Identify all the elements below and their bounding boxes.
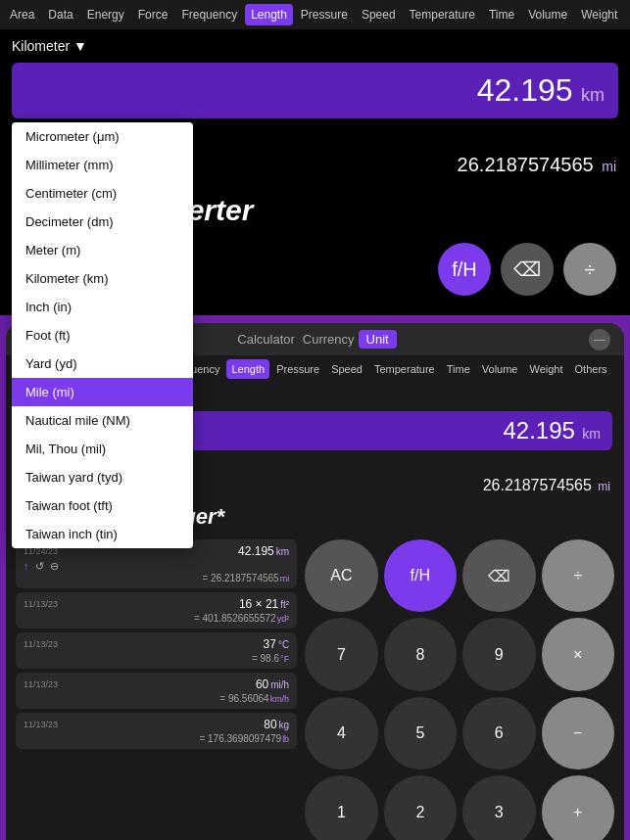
top-converted-unit: mi xyxy=(602,159,616,174)
numpad-btn--[interactable]: × xyxy=(542,618,614,690)
top-nav-item-force[interactable]: Force xyxy=(132,4,174,25)
top-nav-item-temperature[interactable]: Temperature xyxy=(404,4,481,25)
dropdown-item-foot--ft-[interactable]: Foot (ft) xyxy=(12,321,193,350)
close-icon[interactable]: — xyxy=(589,329,610,350)
history-secondary-val: = 96.56064km/h xyxy=(24,693,289,704)
history-item[interactable]: 11/13/2316 × 21ft²= 401.8526655572yd² xyxy=(16,592,297,629)
numpad-btn--[interactable]: − xyxy=(542,697,614,770)
numpad-btn-AC[interactable]: AC xyxy=(305,539,377,612)
dropdown-item-taiwan-yard--tyd-[interactable]: Taiwan yard (tyd) xyxy=(12,463,193,491)
bottom-nav-item-volume[interactable]: Volume xyxy=(477,359,523,379)
bottom-converted-value: 26.2187574565 xyxy=(483,477,592,493)
top-nav-item-length[interactable]: Length xyxy=(245,4,293,25)
top-section: AreaDataEnergyForceFrequencyLengthPressu… xyxy=(0,0,630,315)
top-from-unit-label[interactable]: Kilometer ▼ xyxy=(12,38,87,54)
top-nav-bar: AreaDataEnergyForceFrequencyLengthPressu… xyxy=(0,0,630,29)
bottom-tab-calculator[interactable]: Calculator xyxy=(233,330,299,349)
dropdown-item-decimeter--dm-[interactable]: Decimeter (dm) xyxy=(12,208,193,236)
bottom-nav-item-length[interactable]: Length xyxy=(226,359,269,379)
numpad: ACf/H⌫÷789×456−123+♪0.= xyxy=(305,539,614,840)
numpad-btn-5[interactable]: 5 xyxy=(384,697,457,770)
dropdown-item-taiwan-inch--tin-[interactable]: Taiwan inch (tin) xyxy=(12,520,193,548)
top-nav-item-pressure[interactable]: Pressure xyxy=(295,4,354,25)
history-date: 11/13/23 xyxy=(24,599,58,609)
numpad-btn-7[interactable]: 7 xyxy=(305,618,377,690)
numpad-btn-8[interactable]: 8 xyxy=(384,618,457,690)
history-date: 11/13/23 xyxy=(24,720,58,729)
dropdown-item-yard--yd-[interactable]: Yard (yd) xyxy=(12,350,193,378)
dropdown-item-millimeter--mm-[interactable]: Millimeter (mm) xyxy=(12,151,193,179)
numpad-btn-4[interactable]: 4 xyxy=(305,697,377,770)
top-value-display: 42.195 km xyxy=(12,63,618,118)
main-content-area: 11/24/2342.195km↑↺⊖= 26.2187574565mi11/1… xyxy=(6,534,624,840)
history-date: 11/13/23 xyxy=(24,679,58,689)
history-secondary-val: = 98.6°F xyxy=(24,653,289,664)
numpad-btn-6[interactable]: 6 xyxy=(462,697,535,770)
numpad-btn--[interactable]: ÷ xyxy=(542,539,614,612)
bottom-converted-unit: mi xyxy=(598,480,610,493)
history-main-val: 80kg xyxy=(264,718,289,731)
top-calc-btn--[interactable]: ÷ xyxy=(563,243,616,296)
history-main-val: 42.195km xyxy=(238,544,289,558)
history-icon-btn[interactable]: ↑ xyxy=(24,560,29,573)
bottom-nav-item-time[interactable]: Time xyxy=(442,359,475,379)
dropdown-item-mile--mi-[interactable]: Mile (mi) xyxy=(12,378,193,406)
bottom-nav-item-pressure[interactable]: Pressure xyxy=(271,359,324,379)
numpad-btn-9[interactable]: 9 xyxy=(462,618,535,690)
history-secondary-val: = 176.3698097479lb xyxy=(24,733,289,744)
numpad-btn--[interactable]: ⌫ xyxy=(462,539,535,612)
top-nav-item-o[interactable]: O xyxy=(625,4,630,25)
history-icon-btn[interactable]: ↺ xyxy=(35,560,44,573)
history-panel: 11/24/2342.195km↑↺⊖= 26.2187574565mi11/1… xyxy=(16,539,297,840)
bottom-nav-item-temperature[interactable]: Temperature xyxy=(369,359,440,379)
history-item[interactable]: 11/13/2360mi/h= 96.56064km/h xyxy=(16,673,297,709)
dropdown-item-nautical-mile--nm-[interactable]: Nautical mile (NM) xyxy=(12,406,193,435)
top-nav-item-time[interactable]: Time xyxy=(483,4,520,25)
numpad-btn-2[interactable]: 2 xyxy=(384,775,457,840)
top-converted-value: 26.2187574565 xyxy=(458,154,594,175)
top-nav-item-energy[interactable]: Energy xyxy=(81,4,130,25)
top-from-unit-row: Kilometer ▼ xyxy=(0,29,630,59)
history-item[interactable]: 11/13/2380kg= 176.3698097479lb xyxy=(16,713,297,749)
dropdown-item-inch--in-[interactable]: Inch (in) xyxy=(12,293,193,321)
history-item[interactable]: 11/13/2337°C= 98.6°F xyxy=(16,632,297,669)
numpad-btn-3[interactable]: 3 xyxy=(462,775,535,840)
top-calc-btn--[interactable]: ⌫ xyxy=(501,243,554,296)
top-nav-item-weight[interactable]: Weight xyxy=(575,4,623,25)
top-to-unit-row: Mile ▼ Micrometer (μm)Millimeter (mm)Cen… xyxy=(0,122,630,152)
top-main-value: 42.195 xyxy=(477,72,573,108)
history-main-val: 16 × 21ft² xyxy=(239,597,289,611)
bottom-nav-item-others[interactable]: Others xyxy=(570,359,612,379)
top-unit-dropdown[interactable]: Micrometer (μm)Millimeter (mm)Centimeter… xyxy=(12,122,193,548)
history-secondary-val: = 26.2187574565mi xyxy=(24,573,289,583)
bottom-main-value: 42.195 xyxy=(503,417,574,443)
bottom-tab-currency[interactable]: Currency xyxy=(299,330,359,349)
bottom-value-unit: km xyxy=(582,426,601,442)
dropdown-item-meter--m-[interactable]: Meter (m) xyxy=(12,236,193,264)
numpad-btn-1[interactable]: 1 xyxy=(305,775,377,840)
top-nav-item-area[interactable]: Area xyxy=(4,4,40,25)
top-nav-item-data[interactable]: Data xyxy=(42,4,78,25)
top-nav-item-speed[interactable]: Speed xyxy=(356,4,402,25)
history-secondary-val: = 401.8526655572yd² xyxy=(24,613,289,624)
bottom-nav-item-speed[interactable]: Speed xyxy=(326,359,367,379)
history-main-val: 60mi/h xyxy=(256,677,289,691)
history-icon-btn[interactable]: ⊖ xyxy=(50,560,59,573)
numpad-btn-f-H[interactable]: f/H xyxy=(384,539,457,612)
top-nav-item-volume[interactable]: Volume xyxy=(522,4,573,25)
bottom-tab-unit[interactable]: Unit xyxy=(359,330,397,349)
dropdown-item-taiwan-foot--tft-[interactable]: Taiwan foot (tft) xyxy=(12,491,193,520)
bottom-nav-item-weight[interactable]: Weight xyxy=(524,359,567,379)
dropdown-item-micrometer---m-[interactable]: Micrometer (μm) xyxy=(12,122,193,151)
dropdown-item-kilometer--km-[interactable]: Kilometer (km) xyxy=(12,264,193,293)
history-date: 11/13/23 xyxy=(24,639,58,649)
history-main-val: 37°C xyxy=(264,637,290,651)
top-calc-btn-f-H[interactable]: f/H xyxy=(438,243,491,296)
dropdown-item-mil--thou--mil-[interactable]: Mil, Thou (mil) xyxy=(12,435,193,463)
top-nav-item-frequency[interactable]: Frequency xyxy=(175,4,243,25)
top-value-unit: km xyxy=(581,85,605,105)
dropdown-item-centimeter--cm-[interactable]: Centimeter (cm) xyxy=(12,179,193,208)
numpad-btn--[interactable]: + xyxy=(542,775,614,840)
